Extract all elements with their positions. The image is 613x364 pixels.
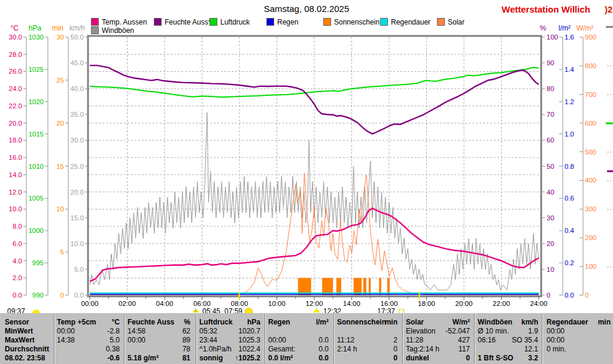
axis-tick-label: 10.0 [9, 205, 22, 213]
table-cell-value: 0 [393, 354, 397, 363]
axis-tick-label: 24.0 [9, 85, 22, 92]
table-cell-label: Gesamt: [268, 345, 295, 354]
table-col-header: Regendauer [547, 318, 588, 327]
table-cell-label: 06:16 [478, 336, 496, 345]
axis-tick-label: 2.0 [13, 274, 22, 281]
table-col-unit: °C [112, 318, 120, 327]
axis-tick-label: 1000 [28, 227, 44, 234]
axis-tick-label: 100 [585, 263, 596, 270]
axis-tick-label: 600 [585, 120, 596, 127]
axis-tick-label: 80 [547, 85, 554, 92]
axis-tick-label: 90 [547, 59, 554, 66]
table-cell-value: 0.0 [318, 336, 329, 345]
axis-tick-label: 0.0 [565, 292, 574, 299]
table-row-label: MinWert [5, 327, 33, 336]
table-divider-highlight [54, 314, 55, 364]
axis-tick-label: 35.0 [71, 111, 84, 118]
x-tick-label: 18:00 [418, 300, 435, 307]
table-cell-value: 2 [393, 336, 397, 345]
table-cell-value: 117 [459, 345, 470, 354]
axis-tick-label: 1.0 [565, 131, 574, 138]
axis-tick-label: 0 [585, 292, 588, 299]
axis-tick-label: 30.0 [9, 34, 22, 41]
table-row-label: 08.02. 23:58 [5, 354, 45, 363]
axis-tick-label: 1.6 [565, 34, 574, 41]
axis-tick-label: 0 [60, 292, 64, 299]
table-cell-label: 00:00 [547, 327, 565, 336]
axis-tick-label: 20.0 [9, 120, 22, 127]
table-cell-label: 5.18 g/m³ [128, 354, 159, 363]
table-cell-value: 1.9 [528, 327, 538, 336]
axis-tick-label: 25 [56, 77, 64, 84]
x-tick-label: 24:00 [530, 300, 548, 307]
axis-tick-label: 0.6 [565, 195, 574, 202]
table-row-label: Sensor [5, 318, 29, 327]
x-tick-label: 02:00 [119, 300, 136, 307]
axis-tick-label: 0.8 [565, 163, 574, 170]
axis-tick-label: 990 [32, 292, 44, 299]
table-cell-label: 11:28 [406, 336, 423, 345]
table-cell-value: 0.0 [318, 345, 329, 354]
axis-tick-label: 1015 [28, 131, 44, 138]
axis-tick-label: 4.0 [13, 257, 22, 265]
axis-tick-label: 28.0 [9, 51, 22, 58]
axis-tick-label: 25.0 [71, 163, 84, 170]
table-cell-label: 00:00 [547, 336, 565, 345]
table-col-header: Windböen [478, 318, 512, 327]
table-cell-value: SO 35.4 [512, 336, 538, 345]
table-col-unit: l/m² [316, 318, 329, 327]
axis-unit-label: km/h [69, 24, 85, 32]
table-cell-value: 3.2 [528, 354, 538, 363]
weather-station-screen: Samstag, 08.02.2025 Wetterstation Willic… [0, 0, 613, 364]
axis-tick-label: 22.0 [9, 102, 22, 110]
table-cell-label: 00:00 [128, 336, 145, 345]
table-cell-label: 14:58 [128, 327, 145, 336]
axis-tick-label: 1.2 [565, 98, 574, 105]
axis-tick-label: 20 [547, 240, 554, 247]
table-cell-label: 11:12 [337, 336, 354, 345]
table-cell-value: 1025.3 [238, 336, 260, 345]
axis-tick-label: 200 [585, 234, 596, 241]
table-cell-label: Tag:2:14 h [406, 345, 439, 354]
axis-tick-label: 0 [547, 292, 550, 299]
axis-unit-label: hPa [29, 24, 42, 32]
table-row-label: MaxWert [5, 336, 35, 345]
axis-tick-label: 6.0 [13, 240, 22, 247]
axis-tick-label: 0.4 [565, 227, 575, 234]
axis-tick-label: 1.4 [565, 66, 575, 73]
axis-tick-label: 45.0 [71, 59, 84, 66]
axis-tick-label: 500 [585, 148, 596, 156]
table-cell-label: 23:44 [199, 336, 217, 345]
axis-tick-label: 20.0 [71, 189, 84, 196]
axis-tick-label: 8.0 [13, 223, 22, 230]
axis-tick-label: 30.0 [71, 136, 84, 144]
table-col-unit: W/m² [453, 318, 470, 327]
axis-tick-label: 1005 [28, 195, 44, 202]
axis-tick-label: 400 [585, 177, 596, 184]
axis-tick-label: 900 [585, 34, 596, 41]
table-cell-value: ↑1025.2 [235, 354, 260, 363]
table-col-header: Luftdruck [199, 318, 232, 327]
table-cell-value: 89 [183, 336, 190, 345]
table-cell-label: sonnig [199, 354, 223, 363]
chart-svg: 30.028.026.024.022.020.018.016.014.012.0… [0, 0, 613, 364]
table-cell-label: 0 min. [547, 345, 566, 354]
table-cell-value: 0.0 [318, 354, 329, 363]
x-tick-label: 16:00 [381, 300, 398, 307]
table-col-header: Feuchte Auss [128, 318, 174, 327]
x-tick-label: 12:00 [306, 300, 323, 307]
summary-table: SensorMinWertMaxWertDurchschnitt08.02. 2… [0, 313, 613, 364]
axis-tick-label: 1030 [28, 34, 44, 41]
table-divider-highlight [334, 314, 335, 364]
axis-unit-label: °C [11, 24, 19, 32]
table-divider-highlight [265, 314, 266, 364]
axis-tick-label: 70 [547, 111, 554, 118]
table-cell-value: 81 [183, 354, 190, 363]
table-col-unit: hPa [247, 318, 260, 327]
axis-tick-label: 15.0 [71, 214, 84, 222]
axis-tick-label: 40.0 [71, 85, 84, 92]
series-line-solar [90, 173, 539, 296]
axis-tick-label: 995 [32, 259, 44, 266]
table-cell-value: 62 [183, 327, 190, 336]
axis-tick-label: 5.0 [74, 266, 84, 273]
